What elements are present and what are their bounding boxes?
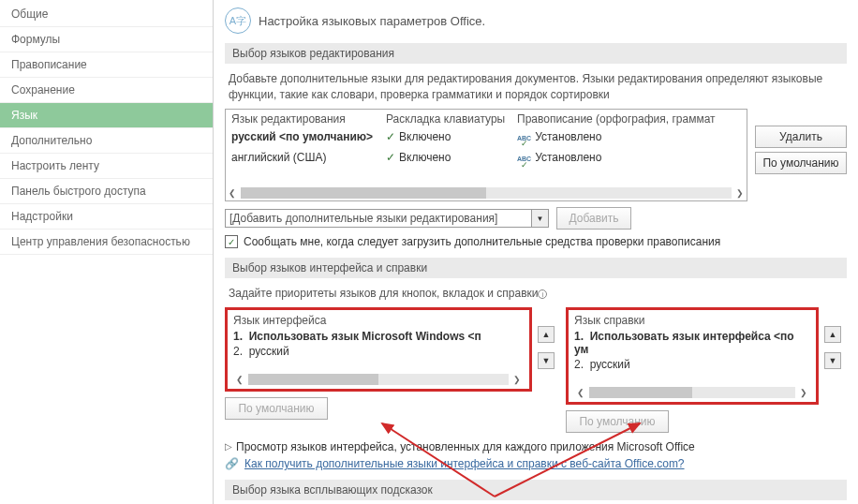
sidebar-item-formulas[interactable]: Формулы — [0, 27, 213, 52]
checkmark-icon: ✓ — [386, 151, 395, 164]
triangle-right-icon: ▷ — [225, 441, 232, 452]
editing-languages-table[interactable]: Язык редактирования Раскладка клавиатуры… — [225, 109, 747, 202]
ui-language-listbox[interactable]: Язык интерфейса 1. Использовать язык Mic… — [225, 307, 532, 392]
scroll-right-icon[interactable]: ❯ — [512, 374, 522, 385]
col-head-layout: Раскладка клавиатуры — [380, 110, 511, 128]
ui-default-button[interactable]: По умолчанию — [225, 397, 328, 420]
checkmark-icon: ✓ — [386, 130, 395, 143]
move-down-button[interactable]: ▼ — [824, 352, 841, 369]
editing-languages-heading: Выбор языков редактирования — [225, 43, 847, 64]
scroll-right-icon[interactable]: ❯ — [799, 387, 808, 398]
link-icon: 🔗 — [225, 457, 239, 470]
lang-name: русский <по умолчанию> — [226, 128, 380, 150]
col-head-proofing: Правописание (орфография, граммат — [511, 110, 747, 128]
sidebar-item-customize-ribbon[interactable]: Настроить ленту — [0, 154, 213, 179]
help-language-listbox[interactable]: Язык справки 1. Использовать язык интерф… — [566, 307, 819, 405]
ui-language-column: Язык интерфейса 1. Использовать язык Mic… — [225, 307, 532, 433]
help-language-column: Язык справки 1. Использовать язык интерф… — [566, 307, 819, 433]
sidebar-item-proofing[interactable]: Правописание — [0, 52, 213, 78]
scroll-left-icon[interactable]: ❮ — [235, 374, 244, 385]
view-installed-label: Просмотр языков интерфейса, установленны… — [236, 440, 695, 453]
spellcheck-icon: ABC✓ — [517, 156, 531, 169]
listbox-title: Язык интерфейса — [233, 314, 524, 327]
main-panel: A字 Настройка языковых параметров Office.… — [214, 0, 858, 504]
add-language-combo[interactable]: [Добавить дополнительные языки редактиро… — [225, 209, 549, 228]
sidebar-item-general[interactable]: Общие — [0, 2, 213, 27]
layout-status: ✓Включено — [380, 149, 511, 170]
sidebar-item-advanced[interactable]: Дополнительно — [0, 128, 213, 154]
scroll-left-icon[interactable]: ❮ — [228, 187, 237, 199]
listbox-title: Язык справки — [574, 314, 810, 327]
sidebar-item-save[interactable]: Сохранение — [0, 78, 213, 103]
page-header: A字 Настройка языковых параметров Office. — [225, 7, 847, 34]
scroll-right-icon[interactable]: ❯ — [735, 187, 745, 199]
horizontal-scrollbar[interactable]: ❮ ❯ — [226, 185, 747, 200]
notify-checkbox-label: Сообщать мне, когда следует загрузить до… — [244, 235, 720, 248]
list-item[interactable]: 1. Использовать язык Microsoft Windows <… — [233, 329, 524, 344]
sidebar-item-trust-center[interactable]: Центр управления безопасностью — [0, 230, 213, 255]
set-default-button[interactable]: По умолчанию — [755, 152, 847, 174]
tooltip-languages-heading: Выбор языка всплывающих подсказок — [225, 480, 847, 500]
list-item[interactable]: 2. русский — [574, 357, 810, 372]
notify-checkbox[interactable]: ✓ — [225, 235, 238, 248]
ui-languages-heading: Выбор языков интерфейса и справки — [225, 258, 847, 278]
horizontal-scrollbar[interactable]: ❮ ❯ — [233, 372, 524, 387]
table-row[interactable]: английский (США) ✓Включено ABC✓Установле… — [226, 149, 747, 170]
help-default-button[interactable]: По умолчанию — [566, 410, 669, 433]
horizontal-scrollbar[interactable]: ❮ ❯ — [574, 385, 810, 400]
list-item[interactable]: 1. Использовать язык интерфейса <по ум — [574, 329, 810, 357]
sidebar: Общие Формулы Правописание Сохранение Яз… — [0, 0, 214, 504]
delete-button[interactable]: Удалить — [755, 126, 847, 148]
chevron-down-icon[interactable]: ▼ — [531, 210, 548, 227]
lang-name: английский (США) — [226, 149, 380, 170]
table-row[interactable]: русский <по умолчанию> ✓Включено ABC✓Уст… — [226, 128, 747, 150]
page-title: Настройка языковых параметров Office. — [259, 14, 485, 28]
col-head-language: Язык редактирования — [226, 110, 380, 128]
sidebar-item-addins[interactable]: Надстройки — [0, 204, 213, 230]
move-up-button[interactable]: ▲ — [538, 326, 555, 343]
spellcheck-icon: ABC✓ — [517, 136, 531, 148]
info-icon[interactable]: i — [538, 289, 547, 299]
editing-languages-desc: Добавьте дополнительные языки для редакт… — [225, 71, 847, 109]
ui-languages-desc: Задайте приоритеты языков для кнопок, вк… — [225, 286, 847, 307]
list-item[interactable]: 2. русский — [233, 344, 524, 359]
proofing-status: ABC✓Установлено — [511, 128, 747, 150]
proofing-status: ABC✓Установлено — [511, 149, 747, 170]
combo-text: [Добавить дополнительные языки редактиро… — [226, 210, 531, 227]
move-up-button[interactable]: ▲ — [824, 326, 841, 343]
view-installed-row[interactable]: ▷ Просмотр языков интерфейса, установлен… — [225, 440, 847, 453]
add-button[interactable]: Добавить — [556, 207, 631, 230]
move-down-button[interactable]: ▼ — [538, 352, 555, 369]
get-more-languages-link[interactable]: Как получить дополнительные языки интерф… — [244, 457, 685, 470]
scroll-left-icon[interactable]: ❮ — [576, 387, 585, 398]
sidebar-item-language[interactable]: Язык — [0, 103, 213, 128]
language-globe-icon: A字 — [225, 7, 251, 34]
layout-status: ✓Включено — [380, 128, 511, 150]
sidebar-item-quick-access[interactable]: Панель быстрого доступа — [0, 179, 213, 204]
